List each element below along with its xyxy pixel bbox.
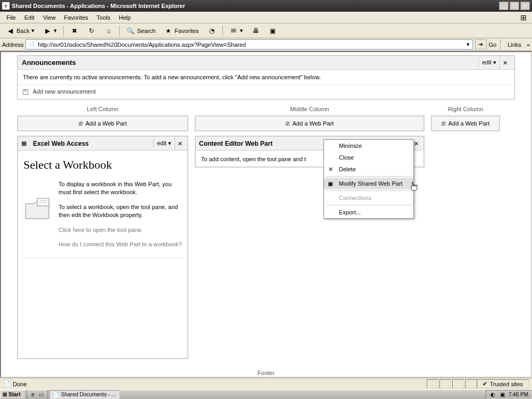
excel-icon: ▦ — [21, 140, 30, 147]
minimize-button[interactable]: _ — [499, 2, 509, 10]
add-webpart-right[interactable]: ⎚ Add a Web Part — [431, 115, 500, 131]
back-label: Back — [16, 28, 29, 34]
taskbar: ⊞ Start e ▭ 📄 Shared Documents - ... ◐ ▣… — [0, 389, 532, 399]
announcements-webpart: Announcements edit ▾ ✕ There are current… — [17, 55, 515, 99]
separator — [326, 205, 411, 205]
desktop-icon[interactable]: ▭ — [38, 391, 45, 398]
status-text: 📄 Done — [3, 380, 427, 387]
home-button[interactable]: ⌂ — [101, 25, 117, 37]
trusted-icon: ✔ — [483, 380, 487, 387]
announcements-close[interactable]: ✕ — [500, 56, 510, 69]
excel-close[interactable]: ✕ — [174, 137, 185, 150]
links-chevron-icon[interactable]: » — [527, 41, 530, 48]
forward-icon: ▶ — [43, 27, 52, 35]
ie-icon: e — [2, 2, 10, 10]
excel-help-link[interactable]: How do I connect this Web Part to a work… — [59, 240, 182, 248]
favorites-icon: ★ — [164, 27, 172, 35]
taskbar-item-label: Shared Documents - ... — [61, 392, 116, 397]
window-titlebar: e Shared Documents - Applications - Micr… — [0, 0, 532, 12]
back-button[interactable]: ◀ Back ▾ — [2, 25, 38, 37]
select-workbook-title: Select a Workbook — [23, 158, 182, 172]
address-input[interactable] — [37, 41, 463, 48]
add-announcement-link[interactable]: Add new announcement — [18, 85, 514, 99]
delete-icon: ✕ — [326, 165, 335, 173]
ctx-close[interactable]: Close — [324, 152, 413, 163]
toolbar: ◀ Back ▾ ▶ ▾ ✖ ↻ ⌂ 🔍 Search ★ Favorites … — [0, 23, 532, 38]
add-webpart-icon: ⎚ — [286, 120, 289, 127]
separator — [222, 26, 223, 36]
start-button[interactable]: ⊞ Start — [0, 390, 26, 399]
trusted-label: Trusted sites — [489, 381, 523, 387]
address-dropdown[interactable]: ▾ — [464, 41, 472, 48]
add-webpart-middle[interactable]: ⎚ Add a Web Part — [195, 115, 425, 131]
add-webpart-icon: ⎚ — [442, 120, 445, 127]
separator — [500, 39, 501, 50]
add-icon — [23, 89, 28, 95]
refresh-icon: ↻ — [87, 27, 96, 35]
ctx-delete[interactable]: ✕ Delete — [324, 163, 413, 175]
ctx-minimize[interactable]: Minimize — [324, 140, 413, 152]
forward-button[interactable]: ▶ ▾ — [39, 25, 61, 37]
menu-view[interactable]: View — [39, 13, 60, 22]
search-icon: 🔍 — [126, 27, 135, 35]
separator — [63, 26, 64, 36]
add-webpart-label: Add a Web Part — [86, 120, 127, 127]
excel-open-toolpane-link[interactable]: Click here to open the tool pane. — [59, 226, 182, 234]
add-webpart-left[interactable]: ⎚ Add a Web Part — [17, 115, 188, 131]
ie-icon: 📄 — [53, 392, 59, 397]
menubar: File Edit View Favorites Tools Help ⊞ — [0, 12, 532, 23]
chevron-down-icon: ▾ — [31, 27, 35, 34]
history-icon: ◔ — [207, 27, 216, 35]
history-button[interactable]: ◔ — [204, 25, 220, 37]
excel-edit-menu[interactable]: edit ▾ — [153, 139, 174, 148]
security-zone[interactable]: ✔ Trusted sites — [477, 379, 529, 388]
edit-icon: ▣ — [269, 27, 277, 35]
refresh-button[interactable]: ↻ — [84, 25, 99, 37]
addressbar: Address 📄 ▾ ➜ Go Links » — [0, 38, 532, 51]
ie-icon[interactable]: e — [29, 391, 37, 398]
close-button[interactable]: ✕ — [520, 2, 530, 10]
excel-p1: To display a workbook in this Web Part, … — [59, 180, 182, 197]
links-label[interactable]: Links — [504, 41, 525, 48]
menu-tools[interactable]: Tools — [93, 13, 115, 22]
favorites-button[interactable]: ★ Favorites — [160, 25, 202, 37]
print-button[interactable]: 🖶 — [248, 25, 264, 37]
left-column: Left Column ⎚ Add a Web Part ▦ Excel Web… — [17, 106, 188, 359]
chevron-down-icon: ▾ — [240, 27, 243, 34]
announcements-edit-menu[interactable]: edit ▾ — [478, 58, 500, 67]
print-icon: 🖶 — [252, 27, 260, 35]
ctx-modify-shared-webpart[interactable]: ▣ Modify Shared Web Part — [324, 178, 413, 189]
stop-button[interactable]: ✖ — [66, 25, 82, 37]
go-button[interactable]: ➜ — [475, 39, 487, 49]
menu-help[interactable]: Help — [114, 13, 135, 22]
tray-icon[interactable]: ▣ — [499, 391, 506, 398]
start-label: Start — [9, 392, 21, 397]
left-column-header: Left Column — [17, 106, 188, 112]
menu-favorites[interactable]: Favorites — [60, 13, 92, 22]
ctx-export[interactable]: Export... — [324, 206, 413, 218]
clock[interactable]: 7:46 PM — [509, 392, 528, 397]
footer-label: Footer — [17, 370, 515, 376]
favorites-label: Favorites — [174, 28, 198, 34]
quick-launch: e ▭ — [27, 390, 48, 399]
separator — [326, 176, 411, 177]
search-label: Search — [137, 28, 155, 34]
tray-icon[interactable]: ◐ — [489, 391, 497, 398]
restore-button[interactable]: ❐ — [510, 2, 519, 10]
window-title: Shared Documents - Applications - Micros… — [12, 3, 499, 9]
menu-edit[interactable]: Edit — [20, 13, 39, 22]
mail-button[interactable]: ✉▾ — [226, 25, 247, 37]
content-area: Announcements edit ▾ ✕ There are current… — [0, 51, 532, 378]
right-column: Right Column ⎚ Add a Web Part — [431, 106, 500, 359]
search-button[interactable]: 🔍 Search — [122, 25, 159, 37]
address-label: Address — [2, 41, 23, 48]
menu-file[interactable]: File — [2, 13, 20, 22]
status-pane — [439, 379, 451, 388]
statusbar: 📄 Done ✔ Trusted sites — [0, 378, 532, 389]
status-done: Done — [13, 381, 27, 387]
announcements-title: Announcements — [22, 59, 478, 66]
webpart-context-menu: Minimize Close ✕ Delete ▣ Modify Shared … — [323, 139, 414, 219]
windows-logo-icon: ⊞ — [517, 12, 530, 23]
edit-button[interactable]: ▣ — [265, 25, 281, 37]
taskbar-item[interactable]: 📄 Shared Documents - ... — [49, 390, 120, 399]
